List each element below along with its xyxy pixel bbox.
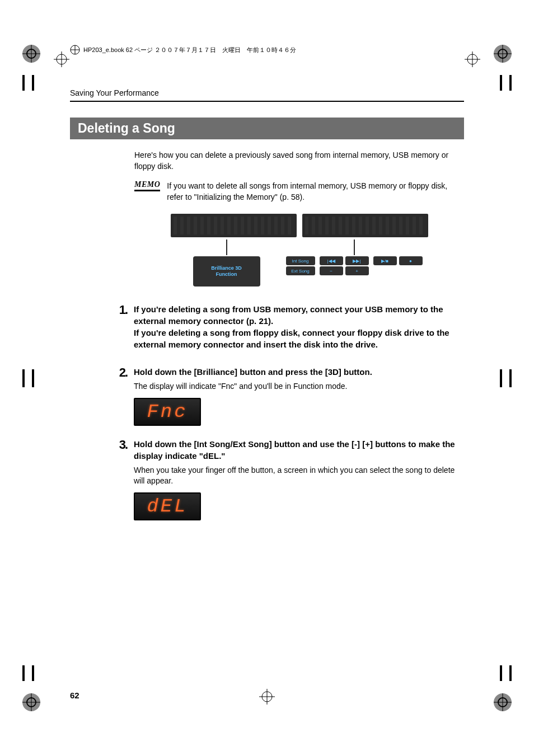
rule <box>70 101 464 102</box>
crosshair-tl <box>54 51 69 67</box>
trim-bar <box>500 369 502 387</box>
lcd-fnc: Fnc <box>134 398 201 426</box>
step-3: 3. Hold down the [Int Song/Ext Song] but… <box>115 438 464 520</box>
callout-label: Function <box>216 271 237 277</box>
panel-figure: Brilliance 3D Function Int Song Ext Song <box>171 214 428 287</box>
registration-mark-tr <box>493 44 513 64</box>
step-heading: Hold down the [Int Song/Ext Song] button… <box>134 438 464 462</box>
step-1: 1. If you're deleting a song from USB me… <box>115 303 464 354</box>
trim-bar <box>509 75 512 91</box>
trim-bar <box>509 665 512 681</box>
trim-bar <box>32 369 34 387</box>
framemaker-header-text: HP203_e.book 62 ページ ２００７年７月１７日 火曜日 午前１０時… <box>83 46 296 54</box>
trim-bar <box>32 75 34 91</box>
step-text: When you take your finger off the button… <box>134 465 464 487</box>
panel-graphic-left <box>171 214 297 237</box>
rec-button-graphic: ● <box>399 256 423 265</box>
trim-bar <box>22 75 25 91</box>
trim-bar <box>22 665 25 681</box>
memo-icon: MEMO <box>134 180 160 191</box>
callout-line <box>354 240 355 255</box>
trim-bar <box>509 369 512 387</box>
crosshair-tr <box>465 51 480 67</box>
trim-bar <box>22 369 25 387</box>
step-heading: Hold down the [Brilliance] button and pr… <box>134 366 464 378</box>
callout-song-controls: Int Song Ext Song |◀◀ ▶▶| − + <box>286 256 423 275</box>
next-button-graphic: ▶▶| <box>345 256 369 265</box>
play-button-graphic: ▶/■ <box>373 256 397 265</box>
callout-label: Brilliance 3D <box>211 265 242 271</box>
registration-mark-br <box>493 692 513 712</box>
panel-graphic-right <box>302 214 428 237</box>
registration-mark-tl <box>21 44 41 64</box>
plus-button-graphic: + <box>345 266 369 275</box>
lcd-del: dEL <box>134 492 201 520</box>
memo-row: MEMO If you want to delete all songs fro… <box>134 180 464 203</box>
step-text: The display will indicate "Fnc" and you'… <box>134 381 464 392</box>
intro-text: Here's how you can delete a previously s… <box>134 149 464 172</box>
callout-brilliance-3d: Brilliance 3D Function <box>193 256 260 287</box>
memo-text: If you want to delete all songs from int… <box>167 180 464 203</box>
section-heading: Deleting a Song <box>70 118 464 139</box>
page-number: 62 <box>70 691 79 700</box>
minus-button-graphic: − <box>320 266 343 275</box>
trim-bar <box>500 665 502 681</box>
trim-bar <box>32 665 34 681</box>
step-heading: If you're deleting a song from USB memor… <box>134 303 464 350</box>
prev-button-graphic: |◀◀ <box>320 256 343 265</box>
framemaker-header: HP203_e.book 62 ページ ２００７年７月１７日 火曜日 午前１０時… <box>70 45 464 55</box>
running-head: Saving Your Performance <box>70 88 464 97</box>
callout-line <box>226 240 227 255</box>
ext-song-button-graphic: Ext Song <box>286 266 315 275</box>
trim-bar <box>500 75 502 91</box>
int-song-button-graphic: Int Song <box>286 256 315 265</box>
registration-mark-bl <box>21 692 41 712</box>
step-2: 2. Hold down the [Brilliance] button and… <box>115 366 464 426</box>
